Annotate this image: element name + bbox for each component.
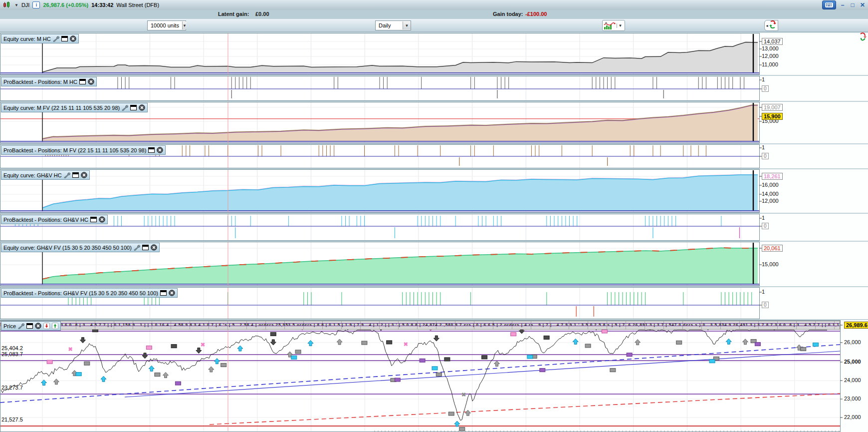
chart-toolbar: 10000 units ▼ Daily ▼ ▼ ◄ [0,19,868,32]
detach-window-icon[interactable] [142,245,149,250]
settings-wrench-icon[interactable] [64,172,70,178]
positions-axis-label-3-0: 1 [762,144,765,150]
timeframe-select-value: Daily [376,22,403,28]
detach-window-icon[interactable] [26,323,33,329]
close-panel-icon[interactable] [35,323,41,329]
indicator-dropdown-arrow-icon[interactable]: ▼ [617,23,624,28]
equity-panel-header-0-title: Equity curve: M HC [3,36,51,42]
detach-window-icon[interactable] [148,147,155,153]
detach-window-icon[interactable] [61,36,68,41]
equity-axis-label-0-1: 13,000 [762,45,779,51]
equity-panel-header-4[interactable]: Equity curve: GH&V HC [1,170,90,180]
latent-gain-label: Latent gain: [218,11,249,17]
close-panel-icon[interactable] [99,216,105,223]
price-level-label-2: 23,273.7 [1,385,23,391]
close-panel-icon[interactable] [81,172,87,178]
positions-panel-header-3[interactable]: ProBacktest - Positions: M FV (22 15 11 … [1,145,166,155]
close-panel-icon[interactable] [169,290,175,296]
cyan-marker [291,356,297,359]
price-axis-label-1: 26,000 [844,339,861,345]
cyan-marker [813,343,819,346]
exit-marker [221,363,226,367]
settings-wrench-icon[interactable] [18,323,24,329]
keyboard-icon[interactable] [822,0,836,9]
exit-marker [676,341,682,344]
last-price-quote: 26,987.6 (+0.05%) [43,2,88,8]
close-panel-icon[interactable] [139,104,145,111]
units-select-arrow-icon[interactable]: ▼ [182,21,187,29]
equity-axis-label-4-1: 16,000 [762,182,779,188]
detach-window-icon[interactable] [160,290,167,296]
settings-wrench-icon[interactable] [134,245,140,251]
equity-axis-label-6-0: 20,061 [762,245,783,252]
units-select-value: 10000 units [148,22,182,28]
stop-marker [482,356,487,359]
minimize-button[interactable]: – [839,1,846,8]
orders-annotation-band: 5,834.9 26,491.3 | 3 7 8.7 3 6 0 .8 | 3 … [0,321,840,330]
maximize-button[interactable]: □ [849,1,856,8]
settings-wrench-icon[interactable] [122,105,128,111]
equity-axis-label-2-2: 15,900 [762,113,783,120]
equity-panel-header-0[interactable]: Equity curve: M HC [1,34,79,43]
exit-marker [459,428,465,431]
positions-panel-header-7[interactable]: ProBacktest - Positions: GH&V FV (15 30 … [1,288,178,298]
positions-axis-label-7-1: 0 [762,302,769,308]
timeframe-select-arrow-icon[interactable]: ▼ [403,21,411,29]
violet-marker [175,382,181,385]
stop-marker [270,332,276,336]
violet-marker [627,353,632,357]
buy-sell-arrows-icon [769,20,777,31]
positions-axis-label-3-1: 0 [762,153,769,159]
equity-axis-label-4-2: 14,000 [762,191,779,197]
positions-panel-header-5[interactable]: ProBacktest - Positions: GH&V HC [1,215,108,224]
close-panel-icon[interactable] [70,35,76,42]
detach-window-icon[interactable] [79,79,86,84]
close-panel-icon[interactable] [157,147,163,153]
gain-today-label: Gain today: [493,11,523,17]
close-panel-icon[interactable] [88,78,94,85]
info-icon[interactable]: i [32,1,40,8]
add-indicator-button[interactable]: ▼ [602,20,625,31]
buy-order-icon[interactable] [52,323,58,329]
price-panel-header-title: Price [3,323,16,329]
positions-axis-label-1-0: 1 [762,76,765,82]
stop-marker [544,336,549,339]
detach-window-icon[interactable] [90,217,97,222]
close-window-button[interactable]: ✕ [859,1,866,8]
price-panel-header[interactable]: Price [1,321,61,331]
price-axis-label-2: 25,000 [844,359,861,365]
stop-marker [171,345,177,348]
close-panel-icon[interactable] [151,244,157,251]
equity-panel-header-6-title: Equity curve: GH&V FV (15 30 5 20 350 45… [3,245,132,251]
order-panel-toggle[interactable]: ◄ [764,20,778,31]
stop-marker [387,341,392,344]
settings-wrench-icon[interactable] [53,36,59,42]
chevron-down-icon[interactable]: ▼ [14,3,18,7]
chart-canvas[interactable]: ✖✖✖✖✖✖✖ [0,31,868,432]
exit-marker [448,412,454,416]
market-name: Wall Street (DFB) [116,2,159,8]
price-axis-label-3: 24,000 [844,377,861,383]
latent-gain-value: £0.00 [255,11,269,17]
exit-marker [84,362,90,365]
price-axis-label-5: 22,000 [844,414,861,420]
sell-order-icon[interactable] [43,323,50,329]
positions-panel-header-1[interactable]: ProBacktest - Positions: M HC [1,77,97,86]
positions-panel-header-3-title: ProBacktest - Positions: M FV (22 15 11 … [3,147,146,153]
timeframe-select[interactable]: Daily ▼ [375,20,411,30]
positions-panel-header-5-title: ProBacktest - Positions: GH&V HC [3,217,88,223]
equity-axis-label-0-0: 14,037 [762,38,783,45]
equity-panel-header-6[interactable]: Equity curve: GH&V FV (15 30 5 20 350 45… [1,243,160,252]
pink-marker [47,360,52,364]
equity-axis-label-4-3: 12,000 [762,198,779,204]
collapse-left-icon: ◄ [765,24,769,27]
detach-window-icon[interactable] [130,105,137,110]
violet-marker [395,378,400,382]
equity-panel-header-2[interactable]: Equity curve: M FV (22 15 11 11 105 535 … [1,103,148,112]
equity-axis-label-0-2: 12,000 [762,53,779,59]
scroll-corner-icon[interactable] [859,32,867,44]
detach-window-icon[interactable] [72,172,79,178]
units-select[interactable]: 10000 units ▼ [147,20,186,30]
exit-marker [801,347,806,351]
gain-summary-bar: Latent gain: £0.00 Gain today: -£100.00 [0,10,868,19]
